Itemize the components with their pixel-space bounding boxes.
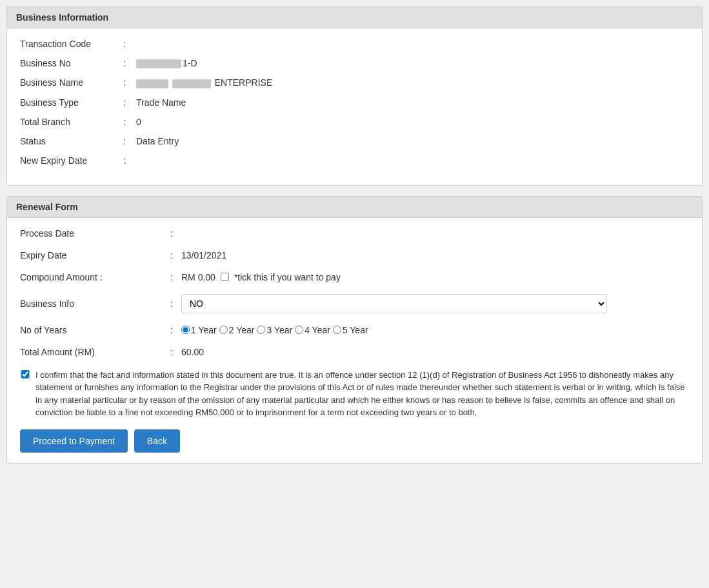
year-2-text: 2 Year xyxy=(229,325,255,335)
transaction-code-colon: : xyxy=(123,39,136,49)
new-expiry-date-label: New Expiry Date xyxy=(20,155,123,166)
year-1-radio[interactable] xyxy=(181,326,190,334)
process-date-row: Process Date : xyxy=(20,228,689,239)
renewal-form-card: Renewal Form Process Date : Expiry Date … xyxy=(6,196,703,464)
business-type-colon: : xyxy=(123,97,136,108)
business-type-label: Business Type xyxy=(20,97,123,108)
total-amount-row: Total Amount (RM) : 60.00 xyxy=(20,347,689,357)
transaction-code-label: Transaction Code xyxy=(20,39,123,49)
business-name-value: ENTERPRISE xyxy=(136,77,272,88)
business-no-suffix: 1-D xyxy=(183,58,197,68)
status-label: Status xyxy=(20,136,123,146)
business-info-select-container: NOYES xyxy=(181,294,689,313)
total-branch-value: 0 xyxy=(136,117,141,127)
year-5-radio[interactable] xyxy=(333,326,341,334)
business-no-redacted xyxy=(136,59,181,68)
business-info-body: Transaction Code : Business No : 1-D Bus… xyxy=(7,28,702,185)
compound-amount-row: Compound Amount : : RM 0.00 *tick this i… xyxy=(20,272,689,282)
compound-checkbox[interactable] xyxy=(221,273,229,281)
compound-amount-colon: : xyxy=(162,272,181,282)
total-amount-colon: : xyxy=(162,347,181,357)
button-row: Proceed to Payment Back xyxy=(20,429,689,453)
year-3-label[interactable]: 3 Year xyxy=(257,325,292,335)
business-type-value: Trade Name xyxy=(136,97,186,108)
year-3-radio[interactable] xyxy=(257,326,265,334)
total-amount-label: Total Amount (RM) xyxy=(20,347,162,357)
year-2-label[interactable]: 2 Year xyxy=(219,325,255,335)
total-branch-colon: : xyxy=(123,117,136,127)
disclaimer-text: I confirm that the fact and information … xyxy=(35,369,689,419)
compound-amount-value: RM 0.00 *tick this if you want to pay xyxy=(181,272,689,282)
year-5-label[interactable]: 5 Year xyxy=(333,325,368,335)
process-date-colon: : xyxy=(162,228,181,239)
expiry-date-colon: : xyxy=(162,250,181,260)
business-no-row: Business No : 1-D xyxy=(20,58,689,68)
renewal-form-header: Renewal Form xyxy=(7,197,702,218)
compound-amount-text: RM 0.00 xyxy=(181,272,215,282)
proceed-to-payment-button[interactable]: Proceed to Payment xyxy=(20,429,128,453)
total-branch-label: Total Branch xyxy=(20,117,123,127)
business-info-label: Business Info xyxy=(20,299,162,309)
compound-amount-label: Compound Amount : xyxy=(20,272,162,282)
disclaimer-row: I confirm that the fact and information … xyxy=(20,369,689,419)
business-no-colon: : xyxy=(123,58,136,68)
business-info-header: Business Information xyxy=(7,7,702,28)
status-value: Data Entry xyxy=(136,136,179,146)
compound-checkbox-label: *tick this if you want to pay xyxy=(234,272,341,282)
business-name-suffix: ENTERPRISE xyxy=(215,77,272,88)
status-colon: : xyxy=(123,136,136,146)
years-radio-group: 1 Year 2 Year 3 Year 4 Year 5 Year xyxy=(181,325,689,335)
year-2-radio[interactable] xyxy=(219,326,228,334)
year-5-text: 5 Year xyxy=(343,325,368,335)
expiry-date-row: Expiry Date : 13/01/2021 xyxy=(20,250,689,260)
compound-amount-container: RM 0.00 *tick this if you want to pay xyxy=(181,272,689,282)
business-information-card: Business Information Transaction Code : … xyxy=(6,6,703,186)
business-no-label: Business No xyxy=(20,58,123,68)
no-of-years-row: No of Years : 1 Year 2 Year 3 Year 4 Yea… xyxy=(20,325,689,335)
expiry-date-label: Expiry Date xyxy=(20,250,162,260)
business-no-value: 1-D xyxy=(136,58,197,68)
year-3-text: 3 Year xyxy=(266,325,292,335)
no-of-years-colon: : xyxy=(162,325,181,335)
total-branch-row: Total Branch : 0 xyxy=(20,117,689,127)
expiry-date-value: 13/01/2021 xyxy=(181,250,689,260)
total-amount-value: 60.00 xyxy=(181,347,689,357)
no-of-years-value: 1 Year 2 Year 3 Year 4 Year 5 Year xyxy=(181,325,689,335)
year-4-text: 4 Year xyxy=(305,325,330,335)
business-name-row: Business Name : ENTERPRISE xyxy=(20,77,689,88)
year-1-text: 1 Year xyxy=(191,325,217,335)
new-expiry-date-colon: : xyxy=(123,155,136,166)
year-4-label[interactable]: 4 Year xyxy=(295,325,330,335)
no-of-years-label: No of Years xyxy=(20,325,162,335)
renewal-form-body: Process Date : Expiry Date : 13/01/2021 … xyxy=(7,218,702,463)
business-name-redacted1 xyxy=(136,79,168,88)
year-1-label[interactable]: 1 Year xyxy=(181,325,217,335)
business-name-redacted2 xyxy=(172,79,211,88)
business-info-colon: : xyxy=(162,299,181,309)
business-name-colon: : xyxy=(123,77,136,88)
business-info-select[interactable]: NOYES xyxy=(181,294,607,313)
transaction-code-row: Transaction Code : xyxy=(20,39,689,49)
business-info-row: Business Info : NOYES xyxy=(20,294,689,313)
new-expiry-date-row: New Expiry Date : xyxy=(20,155,689,166)
back-button[interactable]: Back xyxy=(134,429,180,453)
process-date-label: Process Date xyxy=(20,228,162,239)
business-type-row: Business Type : Trade Name xyxy=(20,97,689,108)
business-name-label: Business Name xyxy=(20,77,123,88)
status-row: Status : Data Entry xyxy=(20,136,689,146)
year-4-radio[interactable] xyxy=(295,326,303,334)
disclaimer-checkbox[interactable] xyxy=(20,370,30,378)
